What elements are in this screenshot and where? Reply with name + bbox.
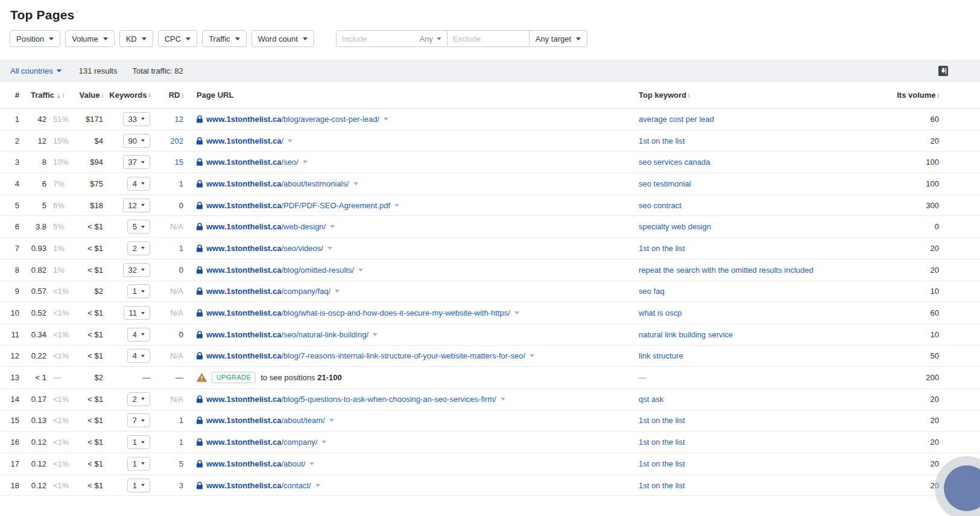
rd-value[interactable]: 1 [179,438,183,447]
url-dropdown-icon[interactable] [358,269,363,272]
header-value[interactable]: Valuei [74,91,103,100]
page-url-link[interactable]: www.1stonthelist.ca/web-design/ [197,222,326,231]
keywords-dropdown[interactable]: 4 [127,349,150,363]
keywords-dropdown[interactable]: 37 [123,155,150,169]
info-icon[interactable]: i [937,93,939,99]
keywords-dropdown[interactable]: 90 [123,134,150,148]
top-keyword-link[interactable]: 1st on the list [639,416,685,425]
info-icon[interactable]: i [63,92,65,98]
info-icon[interactable]: i [688,93,690,99]
url-dropdown-icon[interactable] [353,182,358,185]
keywords-dropdown[interactable]: 11 [124,306,151,320]
page-url-link[interactable]: www.1stonthelist.ca/about/ [197,459,305,468]
url-dropdown-icon[interactable] [330,225,335,228]
title-info-icon[interactable]: i [76,8,77,14]
top-keyword-link[interactable]: seo faq [639,287,665,296]
url-dropdown-icon[interactable] [530,354,534,357]
top-keyword-link[interactable]: natural link building service [639,330,733,339]
filter-traffic-dropdown[interactable]: Traffic [202,30,246,47]
export-button[interactable] [938,66,948,76]
rd-value[interactable]: 3 [179,481,183,490]
top-keyword-link[interactable]: seo testimonial [639,179,691,188]
rd-value[interactable]: 1 [179,416,183,425]
top-keyword-link[interactable]: what is oscp [639,308,682,317]
url-dropdown-icon[interactable] [335,290,340,293]
include-input[interactable]: Include Any [336,30,447,47]
keywords-dropdown[interactable]: 5 [127,220,150,234]
page-url-link[interactable]: www.1stonthelist.ca/about/team/ [197,416,325,425]
page-url-link[interactable]: www.1stonthelist.ca/PDF/PDF-SEO-Agreemen… [197,201,390,210]
keywords-dropdown[interactable]: 1 [127,457,150,471]
top-keyword-link[interactable]: 1st on the list [639,438,685,447]
url-dropdown-icon[interactable] [303,161,308,164]
keywords-dropdown[interactable]: 33 [123,112,150,126]
page-url-link[interactable]: www.1stonthelist.ca/blog/what-is-oscp-an… [197,308,510,317]
header-traffic[interactable]: Traffic ↓ i [19,91,74,100]
rd-value[interactable]: 1 [179,244,183,253]
header-its-volume[interactable]: Its volumei [896,91,939,100]
page-url-link[interactable]: www.1stonthelist.ca/blog/omitted-results… [197,266,354,275]
rd-value[interactable]: 12 [175,115,183,124]
url-dropdown-icon[interactable] [329,419,334,422]
top-keyword-link[interactable]: 1st on the list [639,459,685,468]
top-keyword-link[interactable]: specialty web design [639,222,711,231]
keywords-dropdown[interactable]: 1 [127,435,150,449]
rd-value[interactable]: 202 [170,136,183,145]
url-dropdown-icon[interactable] [384,118,388,121]
header-rd[interactable]: RDi [150,91,183,100]
top-keyword-link[interactable]: average cost per lead [639,115,714,124]
page-url-link[interactable]: www.1stonthelist.ca/seo/ [197,158,299,167]
rd-value[interactable]: 1 [179,179,183,188]
top-keyword-link[interactable]: link structure [639,351,683,360]
upgrade-button[interactable]: UPGRADE [212,372,256,383]
keywords-dropdown[interactable]: 12 [123,199,150,212]
page-url-link[interactable]: www.1stonthelist.ca/company/ [197,438,317,447]
filter-kd-dropdown[interactable]: KD [119,30,153,47]
url-dropdown-icon[interactable] [373,333,378,336]
filter-word-count-dropdown[interactable]: Word count [251,30,314,47]
url-dropdown-icon[interactable] [514,311,519,314]
filter-cpc-dropdown[interactable]: CPC [158,30,197,47]
rd-value[interactable]: 15 [175,158,183,167]
filter-position-dropdown[interactable]: Position [10,30,60,47]
keywords-dropdown[interactable]: 32 [123,263,150,277]
keywords-dropdown[interactable]: 1 [127,479,150,492]
header-keywords[interactable]: Keywordsi [103,91,150,100]
url-dropdown-icon[interactable] [327,247,332,250]
url-dropdown-icon[interactable] [288,139,292,142]
filter-volume-dropdown[interactable]: Volume [65,30,114,47]
url-dropdown-icon[interactable] [315,484,320,487]
top-keyword-link[interactable]: seo services canada [639,158,710,167]
top-keyword-link[interactable]: 1st on the list [639,136,685,145]
page-url-link[interactable]: www.1stonthelist.ca/blog/5-questions-to-… [197,395,496,404]
page-url-link[interactable]: www.1stonthelist.ca/blog/average-cost-pe… [197,115,379,124]
url-dropdown-icon[interactable] [394,204,399,207]
url-dropdown-icon[interactable] [501,398,505,401]
rd-value[interactable]: 5 [179,459,183,468]
exclude-input[interactable]: Exclude [447,30,530,47]
keywords-dropdown[interactable]: 2 [127,241,150,255]
top-keyword-link[interactable]: seo contract [639,201,681,210]
keywords-dropdown[interactable]: 7 [127,413,150,427]
page-url-link[interactable]: www.1stonthelist.ca/contact/ [197,481,311,490]
top-keyword-link[interactable]: 1st on the list [639,481,685,490]
keywords-dropdown[interactable]: 4 [127,177,150,191]
page-url-link[interactable]: www.1stonthelist.ca/ [197,136,283,145]
url-dropdown-icon[interactable] [321,441,326,444]
keywords-dropdown[interactable]: 1 [127,284,150,298]
page-url-link[interactable]: www.1stonthelist.ca/blog/7-reasons-inter… [197,351,525,360]
country-dropdown[interactable]: All countries [10,66,62,75]
header-top-keyword[interactable]: Top keywordi [639,91,896,100]
page-url-link[interactable]: www.1stonthelist.ca/seo/natural-link-bui… [197,330,368,339]
include-any-dropdown[interactable]: Any [419,34,441,43]
top-keyword-link[interactable]: 1st on the list [639,244,685,253]
top-keyword-link[interactable]: repeat the search with the omitted resul… [639,266,814,275]
url-dropdown-icon[interactable] [309,462,314,465]
any-target-dropdown[interactable]: Any target [529,30,587,47]
page-url-link[interactable]: www.1stonthelist.ca/seo/videos/ [197,244,323,253]
page-url-link[interactable]: www.1stonthelist.ca/about/testimonials/ [197,179,349,188]
top-keyword-link[interactable]: qst ask [639,395,663,404]
keywords-dropdown[interactable]: 2 [127,392,150,406]
page-url-link[interactable]: www.1stonthelist.ca/company/faq/ [197,287,330,296]
keywords-dropdown[interactable]: 4 [127,328,150,342]
